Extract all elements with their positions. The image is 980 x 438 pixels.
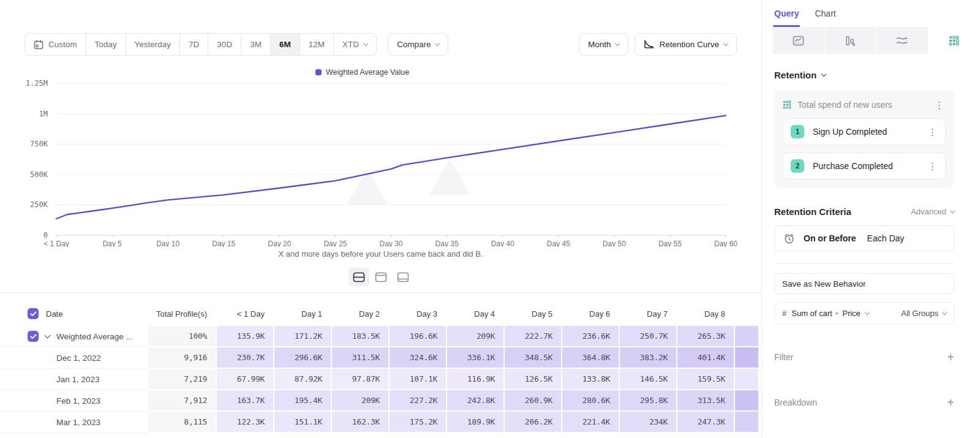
- line-chart-canvas[interactable]: 1.25M1M750K500K250K0< 1 DayDay 5Day 10Da…: [0, 63, 761, 247]
- retention-value-cell[interactable]: 67.99K: [216, 369, 273, 390]
- range-xtd[interactable]: XTD: [333, 33, 377, 56]
- table-row-label[interactable]: Weighted Average ...: [0, 326, 147, 347]
- retention-value-cell[interactable]: 162.3K: [331, 412, 388, 433]
- total-profiles-cell[interactable]: 7,219: [147, 369, 216, 390]
- measurement-row[interactable]: # Sum of cart ▸ Price All Groups: [774, 302, 954, 324]
- retention-value-cell[interactable]: 209K: [331, 390, 388, 412]
- range-30d[interactable]: 30D: [208, 33, 241, 56]
- retention-value-cell[interactable]: 146.5K: [619, 369, 676, 390]
- retention-value-cell[interactable]: 87.92K: [273, 369, 331, 390]
- retention-value-cell[interactable]: 250.7K: [619, 326, 676, 347]
- retention-value-cell[interactable]: 280.6K: [561, 390, 619, 412]
- retention-value-cell[interactable]: 336.1K: [446, 347, 503, 369]
- retention-value-cell[interactable]: 401.4K: [676, 347, 734, 369]
- retention-value-cell[interactable]: 348.5K: [503, 347, 561, 369]
- retention-value-cell[interactable]: 236.6K: [561, 326, 619, 347]
- retention-value-cell[interactable]: 116.9K: [446, 369, 503, 390]
- save-as-new-behavior-button[interactable]: Save as New Behavior: [774, 273, 954, 294]
- retention-value-cell[interactable]: 159.5K: [676, 369, 734, 390]
- total-profiles-cell[interactable]: 8,115: [147, 412, 216, 433]
- retention-value-cell[interactable]: 311.5K: [331, 347, 388, 369]
- retention-value-cell[interactable]: 135.9K: [216, 326, 273, 347]
- measurement-property: Sum of cart: [791, 309, 832, 318]
- layout-toggle-chart-view[interactable]: [371, 268, 391, 286]
- chart-type-button[interactable]: Retention Curve: [635, 33, 737, 56]
- total-profiles-cell[interactable]: 100%: [147, 326, 216, 347]
- retention-value-cell[interactable]: 126.5K: [503, 369, 561, 390]
- row-checkbox[interactable]: [28, 331, 39, 342]
- criteria-condition[interactable]: On or Before: [804, 233, 856, 243]
- retention-value-cell[interactable]: 227.2K: [388, 390, 446, 412]
- retention-value-cell[interactable]: 171.2K: [273, 326, 331, 347]
- table-row-label[interactable]: Dec 1, 2022: [0, 347, 147, 369]
- kebab-menu-icon[interactable]: ⋮: [933, 100, 946, 110]
- retention-section-header[interactable]: Retention: [774, 70, 954, 80]
- range-yesterday[interactable]: Yesterday: [126, 33, 181, 56]
- all-groups-dropdown[interactable]: All Groups: [901, 309, 946, 318]
- range-7d[interactable]: 7D: [179, 33, 208, 56]
- retention-value-cell[interactable]: 163.7K: [216, 390, 273, 412]
- check-icon: [30, 334, 37, 339]
- retention-value-cell[interactable]: 195.4K: [273, 390, 331, 412]
- behavior-step-1[interactable]: 1 Sign Up Completed ⋮: [783, 118, 946, 145]
- retention-value-cell[interactable]: 296.6K: [273, 347, 331, 369]
- retention-value-cell[interactable]: 222.7K: [503, 326, 561, 347]
- range-today[interactable]: Today: [86, 33, 126, 56]
- retention-value-cell[interactable]: 97.87K: [331, 369, 388, 390]
- total-profiles-cell[interactable]: 9,916: [147, 347, 216, 369]
- retention-value-cell[interactable]: 242.8K: [446, 390, 503, 412]
- expand-chevron-icon[interactable]: [45, 333, 51, 339]
- granularity-button[interactable]: Month: [579, 33, 629, 56]
- layout-toggle-table-view[interactable]: [393, 268, 413, 286]
- retention-value-cell[interactable]: 313.5K: [676, 390, 734, 412]
- tab-funnels[interactable]: [825, 27, 877, 54]
- retention-criteria-row[interactable]: On or Before Each Day: [774, 225, 954, 251]
- range-custom[interactable]: Custom: [24, 33, 86, 56]
- breakdown-label: Breakdown: [774, 398, 817, 407]
- tab-retention[interactable]: [929, 27, 980, 54]
- measurement-subproperty: Price: [842, 309, 861, 318]
- tab-chart[interactable]: Chart: [815, 0, 835, 27]
- table-row-label[interactable]: Feb 1, 2023: [0, 390, 147, 412]
- tab-insights[interactable]: [773, 27, 825, 54]
- behavior-step-2[interactable]: 2 Purchase Completed ⋮: [783, 153, 946, 179]
- retention-value-cell[interactable]: 247.3K: [676, 412, 734, 433]
- retention-value-cell[interactable]: 221.4K: [561, 412, 619, 433]
- advanced-dropdown[interactable]: Advanced: [911, 207, 954, 216]
- select-all-checkbox[interactable]: [28, 308, 39, 319]
- retention-value-cell[interactable]: 295.8K: [619, 390, 676, 412]
- retention-value-cell[interactable]: 230.7K: [216, 347, 273, 369]
- total-profiles-cell[interactable]: 7,912: [147, 390, 216, 412]
- retention-value-cell[interactable]: 189.9K: [446, 412, 503, 433]
- tab-flows[interactable]: [876, 27, 929, 54]
- add-breakdown-button[interactable]: +: [947, 396, 954, 409]
- retention-value-cell[interactable]: 151.1K: [273, 412, 331, 433]
- compare-button[interactable]: Compare: [388, 33, 449, 56]
- range-12m[interactable]: 12M: [300, 33, 334, 56]
- retention-value-cell[interactable]: 206.2K: [503, 412, 561, 433]
- criteria-window[interactable]: Each Day: [867, 233, 905, 243]
- retention-value-cell[interactable]: 234K: [619, 412, 676, 433]
- add-filter-button[interactable]: +: [947, 351, 954, 363]
- retention-value-cell[interactable]: 183.5K: [331, 326, 388, 347]
- table-row-label[interactable]: Jan 1, 2023: [0, 369, 147, 390]
- retention-curve-line[interactable]: [56, 116, 726, 219]
- retention-value-cell[interactable]: 364.8K: [561, 347, 619, 369]
- range-6m[interactable]: 6M: [270, 33, 300, 56]
- retention-value-cell[interactable]: 265.3K: [676, 326, 734, 347]
- range-3m[interactable]: 3M: [241, 33, 271, 56]
- retention-value-cell[interactable]: 107.1K: [388, 369, 446, 390]
- layout-toggle-split-view[interactable]: [349, 268, 369, 286]
- retention-value-cell[interactable]: 260.9K: [503, 390, 561, 412]
- table-row-label[interactable]: Mar 1, 2023: [0, 412, 147, 433]
- kebab-menu-icon[interactable]: ⋮: [926, 162, 939, 171]
- retention-value-cell[interactable]: 175.2K: [388, 412, 446, 433]
- retention-value-cell[interactable]: 196.6K: [388, 326, 446, 347]
- retention-value-cell[interactable]: 324.6K: [388, 347, 446, 369]
- retention-value-cell[interactable]: 383.2K: [619, 347, 676, 369]
- kebab-menu-icon[interactable]: ⋮: [926, 127, 939, 137]
- tab-query[interactable]: Query: [774, 0, 799, 27]
- retention-value-cell[interactable]: 122.3K: [216, 412, 273, 433]
- retention-value-cell[interactable]: 133.8K: [561, 369, 619, 390]
- retention-value-cell[interactable]: 209K: [446, 326, 503, 347]
